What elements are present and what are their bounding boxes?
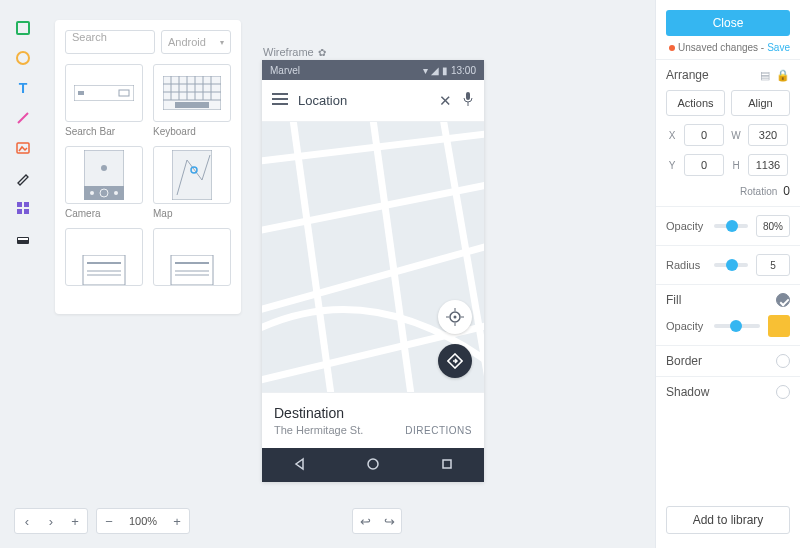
export-tool[interactable] bbox=[15, 230, 31, 246]
svg-rect-12 bbox=[78, 91, 84, 95]
fill-color-swatch[interactable] bbox=[768, 315, 790, 337]
destination-title: Destination bbox=[274, 405, 363, 421]
left-toolbar: T bbox=[12, 20, 34, 246]
gear-icon[interactable]: ✿ bbox=[318, 47, 326, 58]
shape-circle-tool[interactable] bbox=[15, 50, 31, 66]
rotation-label: Rotation bbox=[740, 186, 777, 197]
text-tool[interactable]: T bbox=[15, 80, 31, 96]
zoom-in-button[interactable]: + bbox=[165, 514, 189, 529]
close-icon[interactable]: ✕ bbox=[439, 92, 452, 110]
radius-value[interactable]: 5 bbox=[756, 254, 790, 276]
library-item-keyboard[interactable]: Keyboard bbox=[153, 64, 231, 140]
shape-rect-tool[interactable] bbox=[15, 20, 31, 36]
line-tool[interactable] bbox=[15, 110, 31, 126]
page-prev-button[interactable]: ‹ bbox=[15, 514, 39, 529]
actions-button[interactable]: Actions bbox=[666, 90, 725, 116]
library-item-label: Camera bbox=[65, 208, 143, 222]
zoom-controls: − 100% + bbox=[96, 508, 190, 534]
h-label: H bbox=[730, 160, 742, 171]
page-add-button[interactable]: + bbox=[63, 514, 87, 529]
library-item-camera[interactable]: Camera bbox=[65, 146, 143, 222]
svg-rect-13 bbox=[119, 90, 129, 96]
opacity-slider[interactable] bbox=[714, 224, 748, 228]
frame-label[interactable]: Wireframe ✿ bbox=[263, 46, 326, 58]
nav-recent-icon[interactable] bbox=[440, 457, 454, 474]
directions-fab[interactable] bbox=[438, 344, 472, 378]
fill-section: Fill Opacity bbox=[656, 284, 800, 345]
library-item-searchbar[interactable]: Search Bar bbox=[65, 64, 143, 140]
opacity-value[interactable]: 80% bbox=[756, 215, 790, 237]
radius-label: Radius bbox=[666, 259, 706, 271]
zoom-out-button[interactable]: − bbox=[97, 514, 121, 529]
library-item-label bbox=[153, 290, 231, 304]
fill-opacity-slider[interactable] bbox=[714, 324, 760, 328]
destination-subtitle: The Hermitage St. bbox=[274, 424, 363, 436]
search-row: Location ✕ bbox=[262, 80, 484, 122]
map-canvas[interactable] bbox=[262, 122, 484, 392]
page-controls: ‹ › + bbox=[14, 508, 88, 534]
fill-toggle[interactable] bbox=[776, 293, 790, 307]
redo-button[interactable]: ↪ bbox=[377, 514, 401, 529]
arrange-title: Arrange bbox=[666, 68, 709, 82]
stack-up-icon[interactable]: ▤ bbox=[760, 69, 770, 82]
svg-point-29 bbox=[114, 191, 118, 195]
library-item-map[interactable]: Map bbox=[153, 146, 231, 222]
nav-home-icon[interactable] bbox=[366, 457, 380, 474]
svg-point-28 bbox=[90, 191, 94, 195]
fill-title: Fill bbox=[666, 293, 681, 307]
status-bar: Marvel ▾ ◢ ▮ 13:00 bbox=[262, 60, 484, 80]
svg-point-53 bbox=[368, 459, 378, 469]
border-toggle[interactable] bbox=[776, 354, 790, 368]
w-label: W bbox=[730, 130, 742, 141]
h-input[interactable]: 1136 bbox=[748, 154, 788, 176]
zoom-value[interactable]: 100% bbox=[121, 515, 165, 527]
platform-dropdown[interactable]: Android ▾ bbox=[161, 30, 231, 54]
shadow-toggle[interactable] bbox=[776, 385, 790, 399]
border-title: Border bbox=[666, 354, 702, 368]
page-next-button[interactable]: › bbox=[39, 514, 63, 529]
svg-rect-54 bbox=[443, 460, 451, 468]
align-button[interactable]: Align bbox=[731, 90, 790, 116]
svg-point-30 bbox=[101, 165, 107, 171]
lock-icon[interactable]: 🔒 bbox=[776, 69, 790, 82]
save-link[interactable]: Save bbox=[767, 42, 790, 53]
svg-line-3 bbox=[18, 113, 28, 123]
android-navbar bbox=[262, 448, 484, 482]
svg-rect-37 bbox=[171, 255, 213, 285]
image-tool[interactable] bbox=[15, 140, 31, 156]
svg-rect-7 bbox=[17, 209, 22, 214]
inspector-panel: Close Unsaved changes - Save Arrange ▤🔒 … bbox=[655, 0, 800, 548]
radius-slider[interactable] bbox=[714, 263, 748, 267]
battery-icon: ▮ bbox=[442, 65, 448, 76]
library-item-generic[interactable] bbox=[153, 228, 231, 304]
locate-fab[interactable] bbox=[438, 300, 472, 334]
history-controls: ↩ ↪ bbox=[352, 508, 402, 534]
directions-button[interactable]: DIRECTIONS bbox=[405, 425, 472, 436]
shadow-section: Shadow bbox=[656, 376, 800, 407]
border-section: Border bbox=[656, 345, 800, 376]
wifi-icon: ◢ bbox=[431, 65, 439, 76]
undo-button[interactable]: ↩ bbox=[353, 514, 377, 529]
add-to-library-button[interactable]: Add to library bbox=[666, 506, 790, 534]
unsaved-indicator: Unsaved changes - Save bbox=[656, 42, 800, 59]
library-item-generic[interactable] bbox=[65, 228, 143, 304]
svg-rect-44 bbox=[466, 92, 470, 100]
search-input[interactable]: Location bbox=[298, 93, 429, 108]
opacity-section: Opacity 80% bbox=[656, 206, 800, 245]
hamburger-icon[interactable] bbox=[272, 93, 288, 108]
statusbar-title: Marvel bbox=[270, 65, 300, 76]
components-tool[interactable] bbox=[15, 200, 31, 216]
library-panel: Search Android ▾ Search Bar Keyboard Cam… bbox=[55, 20, 241, 314]
device-frame[interactable]: Marvel ▾ ◢ ▮ 13:00 Location ✕ Destinatio… bbox=[262, 60, 484, 482]
x-input[interactable]: 0 bbox=[684, 124, 724, 146]
library-search-input[interactable]: Search bbox=[65, 30, 155, 54]
library-item-label bbox=[65, 290, 143, 304]
opacity-label: Opacity bbox=[666, 220, 706, 232]
close-button[interactable]: Close bbox=[666, 10, 790, 36]
pen-tool[interactable] bbox=[15, 170, 31, 186]
y-input[interactable]: 0 bbox=[684, 154, 724, 176]
rotation-input[interactable]: 0 bbox=[783, 184, 790, 198]
mic-icon[interactable] bbox=[462, 91, 474, 110]
w-input[interactable]: 320 bbox=[748, 124, 788, 146]
nav-back-icon[interactable] bbox=[292, 457, 306, 474]
